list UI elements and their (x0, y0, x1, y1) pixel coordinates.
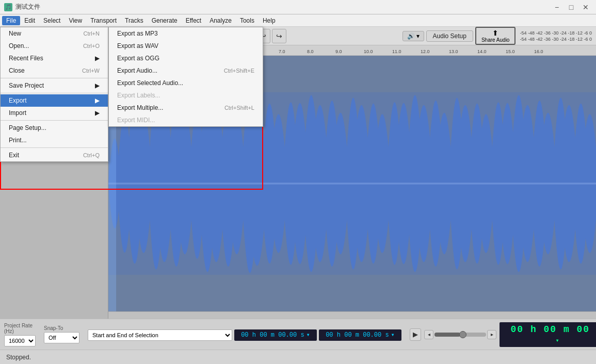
ruler-10: 10.0 (364, 49, 373, 54)
file-import-label: Import (9, 109, 26, 117)
file-menu-save-project[interactable]: Save Project ▶ (1, 79, 108, 92)
play-bottom-btn[interactable]: ▶ (410, 328, 421, 341)
export-audio-label: Export Audio... (117, 67, 157, 74)
ruler-8: 8.0 (307, 49, 314, 54)
share-audio-button[interactable]: ⬆ Share Audio (475, 27, 516, 45)
time-display-group: ▶ ◂ ▸ 00 h 00 m 00 s ▾ (410, 322, 596, 347)
volume-control[interactable]: 🔊 ▾ (402, 31, 424, 41)
file-export-label: Export (9, 97, 27, 104)
file-menu-new[interactable]: New Ctrl+N (1, 27, 108, 40)
share-audio-label: Share Audio (481, 37, 510, 43)
project-rate-select[interactable]: 16000 44100 48000 (4, 335, 36, 346)
export-ogg-label: Export as OGG (117, 55, 159, 62)
menu-file[interactable]: File (2, 16, 20, 25)
export-labels: Export Labels... (109, 89, 263, 102)
export-labels-label: Export Labels... (117, 92, 160, 99)
horizontal-scrollbar[interactable] (108, 311, 596, 319)
playback-slider-group: ◂ ▸ (424, 330, 496, 339)
close-button[interactable]: ✕ (579, 2, 592, 12)
export-multiple-shortcut: Ctrl+Shift+L (224, 105, 254, 111)
playback-slider[interactable] (434, 333, 486, 337)
share-audio-icon: ⬆ (492, 29, 498, 37)
file-menu[interactable]: New Ctrl+N Open... Ctrl+O Recent Files ▶… (0, 27, 108, 162)
export-audio[interactable]: Export Audio... Ctrl+Shift+E (109, 64, 263, 77)
export-mp3[interactable]: Export as MP3 (109, 27, 263, 40)
file-menu-recent[interactable]: Recent Files ▶ (1, 52, 108, 64)
menu-effect[interactable]: Effect (182, 16, 205, 25)
menu-tracks[interactable]: Tracks (121, 16, 148, 25)
ruler-7: 7.0 (279, 49, 285, 54)
time-dropdown-1[interactable]: ▾ (307, 331, 310, 339)
volume-arrow: ▾ (416, 32, 420, 40)
meter-scale-row-1: -54 -48 -42 -36 -30 -24 -18 -12 -6 0 (520, 30, 592, 36)
audio-setup-button[interactable]: Audio Setup (426, 30, 473, 42)
menu-edit[interactable]: Edit (20, 16, 39, 25)
speed-right-btn[interactable]: ▸ (487, 330, 496, 339)
file-menu-close[interactable]: Close Ctrl+W (1, 64, 108, 77)
right-controls: 🔊 ▾ Audio Setup ⬆ Share Audio -54 -48 -4… (402, 27, 596, 45)
maximize-button[interactable]: □ (565, 2, 577, 12)
selection-mode-select[interactable]: Start and End of Selection Start and Len… (88, 329, 232, 341)
menu-generate[interactable]: Generate (148, 16, 182, 25)
snap-to-group: Snap-To Off Nearest (44, 325, 79, 343)
file-open-label: Open... (9, 42, 29, 49)
file-new-shortcut: Ctrl+N (84, 30, 100, 37)
export-ogg[interactable]: Export as OGG (109, 52, 263, 64)
statusbar: Stopped. (0, 350, 596, 364)
time-nav-arrow[interactable]: ▾ (556, 337, 560, 344)
file-import-arrow: ▶ (95, 109, 100, 117)
file-menu-import[interactable]: Import ▶ (1, 107, 108, 119)
file-save-arrow: ▶ (95, 82, 100, 89)
export-selected-audio[interactable]: Export Selected Audio... (109, 77, 263, 89)
menu-analyze[interactable]: Analyze (205, 16, 236, 25)
ruler-15: 15.0 (506, 49, 515, 54)
file-recent-label: Recent Files (9, 55, 43, 62)
export-wav[interactable]: Export as WAV (109, 40, 263, 52)
export-mp3-label: Export as MP3 (117, 30, 158, 37)
time-field-2[interactable]: 00 h 00 m 00.00 s ▾ (319, 329, 401, 341)
selection-mode-group: Start and End of Selection Start and Len… (88, 328, 401, 341)
separator-d (1, 147, 108, 148)
file-menu-export[interactable]: Export ▶ (1, 94, 108, 107)
speed-left-btn[interactable]: ◂ (424, 330, 433, 339)
ruler-16: 16.0 (534, 49, 543, 54)
menu-select[interactable]: Select (39, 16, 65, 25)
minimize-button[interactable]: − (551, 2, 563, 12)
ruler-11: 11.0 (392, 49, 401, 54)
audio-setup-label: Audio Setup (433, 32, 466, 40)
time-dropdown-2[interactable]: ▾ (391, 331, 395, 339)
export-multiple[interactable]: Export Multiple... Ctrl+Shift+L (109, 102, 263, 114)
file-export-arrow: ▶ (95, 97, 100, 104)
main-time-display: 00 h 00 m 00 s ▾ (500, 322, 596, 347)
bottom-toolbar: Project Rate (Hz) 16000 44100 48000 Snap… (0, 319, 596, 350)
menu-view[interactable]: View (65, 16, 86, 25)
snap-to-label: Snap-To (44, 325, 79, 331)
file-print-label: Print... (9, 137, 27, 144)
menu-transport[interactable]: Transport (86, 16, 121, 25)
time-value-2: 00 h 00 m 00.00 s (326, 332, 389, 339)
separator-c (1, 120, 108, 121)
file-menu-exit[interactable]: Exit Ctrl+Q (1, 149, 108, 161)
meter-lr-label: -54 -48 -42 -36 -30 -24 -18 -12 -6 0 (520, 37, 592, 42)
export-audio-shortcut: Ctrl+Shift+E (224, 68, 254, 74)
export-wav-label: Export as WAV (117, 42, 158, 49)
meter-scale-top: -54 -48 -42 -36 -30 -24 -18 -12 -6 0 -54… (520, 30, 592, 42)
export-midi-label: Export MIDI... (117, 117, 155, 124)
project-rate-label: Project Rate (Hz) (4, 323, 36, 334)
export-submenu[interactable]: Export as MP3 Export as WAV Export as OG… (108, 27, 263, 127)
menu-help[interactable]: Help (259, 16, 280, 25)
snap-to-select[interactable]: Off Nearest (44, 332, 79, 343)
file-menu-open[interactable]: Open... Ctrl+O (1, 40, 108, 52)
redo-button[interactable]: ↪ (272, 29, 286, 43)
file-menu-page-setup[interactable]: Page Setup... (1, 122, 108, 134)
ruler-14: 14.0 (477, 49, 487, 54)
titlebar: 🎵 测试文件 − □ ✕ (0, 0, 596, 14)
export-midi: Export MIDI... (109, 114, 263, 126)
time-field-1[interactable]: 00 h 00 m 00.00 s ▾ (234, 329, 317, 341)
app-window: 🎵 测试文件 − □ ✕ File Edit Select View Trans… (0, 0, 596, 364)
menubar: File Edit Select View Transport Tracks G… (0, 14, 596, 27)
export-selected-label: Export Selected Audio... (117, 79, 183, 87)
selection-row: Start and End of Selection Start and Len… (88, 329, 401, 341)
file-menu-print[interactable]: Print... (1, 134, 108, 146)
menu-tools[interactable]: Tools (236, 16, 259, 25)
